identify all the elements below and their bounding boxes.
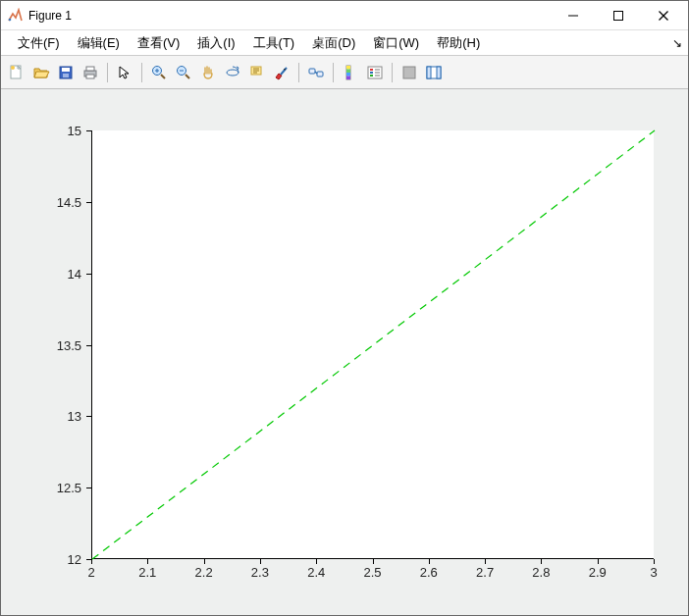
data-line [92,130,655,559]
pin-icon[interactable]: ↘ [672,36,682,50]
colorbar-button[interactable] [339,61,362,84]
svg-rect-11 [86,67,94,71]
svg-rect-9 [63,74,69,77]
hide-plot-tools-button[interactable] [398,61,421,84]
xtick [147,559,148,564]
xticklabel: 2.1 [138,565,156,580]
window-title: Figure 1 [28,9,551,23]
xtick [598,559,599,564]
xtick [204,559,205,564]
yticklabel: 14 [42,266,81,281]
pan-button[interactable] [196,61,220,84]
xtick [654,559,655,564]
xtick [485,559,486,564]
ytick [86,559,91,560]
svg-rect-43 [437,67,441,78]
legend-button[interactable] [363,61,387,84]
ytick [86,202,91,203]
xticklabel: 2.5 [363,565,381,580]
zoom-in-button[interactable] [147,61,171,84]
svg-rect-27 [317,72,323,77]
svg-rect-42 [427,67,431,78]
menu-insert[interactable]: 插入(I) [188,31,243,55]
new-figure-button[interactable] [5,61,28,84]
open-button[interactable] [29,61,53,84]
xticklabel: 2.7 [476,565,494,580]
minimize-button[interactable] [551,1,596,30]
ytick [86,488,91,488]
plot-line-svg [92,130,655,559]
save-button[interactable] [54,61,78,84]
menu-file[interactable]: 文件(F) [9,31,69,55]
data-cursor-button[interactable] [245,61,269,84]
xtick [373,559,374,564]
toolbar-separator [298,63,299,82]
svg-line-25 [281,68,287,75]
svg-line-18 [186,75,189,78]
svg-point-6 [11,66,15,70]
svg-rect-12 [86,75,94,78]
toolbar [1,56,688,89]
titlebar: Figure 1 [1,1,688,30]
yticklabel: 12.5 [42,481,81,495]
xticklabel: 2.2 [195,565,213,580]
menu-help[interactable]: 帮助(H) [428,31,489,55]
yticklabel: 13.5 [42,337,81,352]
ytick [86,416,91,417]
maximize-button[interactable] [596,1,641,30]
xticklabel: 2.9 [589,565,607,580]
menu-edit[interactable]: 编辑(E) [69,31,129,55]
rotate3d-button[interactable] [221,61,244,84]
svg-point-20 [227,70,238,76]
xtick [541,559,542,564]
xticklabel: 2.6 [420,565,438,580]
ytick [86,130,91,131]
svg-point-0 [9,18,12,21]
zoom-out-button[interactable] [172,61,195,84]
toolbar-separator [107,63,108,82]
svg-line-14 [161,75,165,78]
xtick [91,559,92,564]
menu-desktop[interactable]: 桌面(D) [303,31,364,55]
ytick [86,345,91,346]
toolbar-separator [392,63,393,82]
menu-tools[interactable]: 工具(T) [244,31,304,55]
svg-rect-40 [403,67,415,78]
xticklabel: 3 [650,565,657,580]
toolbar-separator [141,63,142,82]
yticklabel: 13 [42,409,81,424]
svg-rect-29 [346,66,350,70]
xtick [316,559,317,564]
svg-rect-2 [614,11,623,20]
yticklabel: 12 [42,552,81,567]
svg-rect-26 [309,69,315,74]
toolbar-separator [333,63,334,82]
edit-pointer-button[interactable] [113,61,136,84]
brush-button[interactable] [270,61,293,84]
svg-rect-32 [346,76,350,79]
close-button[interactable] [641,1,686,30]
svg-rect-31 [346,73,350,77]
menu-window[interactable]: 窗口(W) [364,31,428,55]
yticklabel: 15 [42,124,81,138]
svg-rect-8 [62,68,70,72]
svg-rect-30 [346,69,350,73]
xticklabel: 2 [87,565,94,580]
menu-view[interactable]: 查看(V) [129,31,188,55]
xtick [429,559,430,564]
matlab-icon [7,8,23,24]
xticklabel: 2.8 [532,565,550,580]
xticklabel: 2.4 [307,565,325,580]
show-plot-tools-button[interactable] [422,61,446,84]
xticklabel: 2.3 [251,565,269,580]
menubar: 文件(F) 编辑(E) 查看(V) 插入(I) 工具(T) 桌面(D) 窗口(W… [1,30,688,56]
print-button[interactable] [79,61,102,84]
yticklabel: 14.5 [42,194,81,209]
link-plot-button[interactable] [304,61,328,84]
figure-container: 22.12.22.32.42.52.62.72.82.931212.51313.… [1,89,688,615]
ytick [86,274,91,275]
xtick [260,559,261,564]
axes[interactable] [91,130,654,559]
